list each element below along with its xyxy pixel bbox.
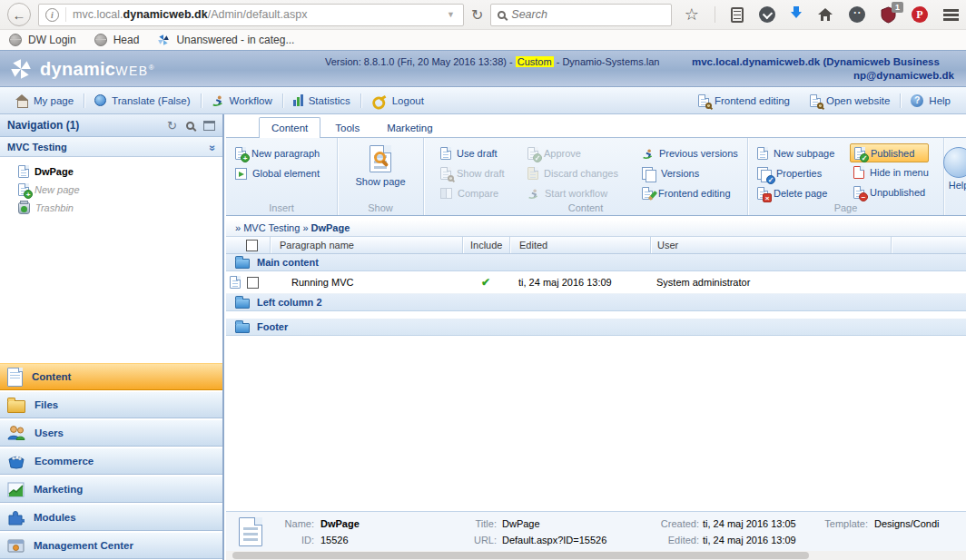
tab-marketing[interactable]: Marketing (374, 117, 446, 137)
my-page-button[interactable]: My page (5, 94, 84, 106)
translate-button[interactable]: Translate (False) (84, 94, 201, 106)
search-box[interactable] (490, 4, 672, 26)
page-icon (757, 147, 768, 160)
bar-chart-icon (293, 94, 303, 106)
compare-button[interactable]: Compare (431, 183, 515, 203)
dynamicweb-toolbar: My page Translate (False) Workflow Stati… (0, 87, 966, 114)
adblock-shield-icon[interactable]: 1 (881, 6, 896, 24)
info-edited-value: ti, 24 maj 2016 13:09 (703, 535, 796, 545)
bookmark-dw-login[interactable]: DW Login (9, 34, 76, 46)
area-button-ecommerce[interactable]: Ecommerce (0, 447, 222, 475)
scrollbar-thumb[interactable] (232, 552, 809, 559)
info-url-value[interactable]: Default.aspx?ID=15526 (502, 535, 606, 545)
area-button-files[interactable]: Files (0, 391, 222, 418)
search-icon (498, 11, 506, 19)
hide-in-menu-button[interactable]: Hide in menu (846, 162, 929, 182)
properties-button[interactable]: ✓Properties (748, 163, 846, 183)
ribbon-tabs: Content Tools Marketing (226, 114, 966, 137)
published-button[interactable]: ✓Published (850, 143, 929, 162)
use-draft-button[interactable]: Use draft (431, 143, 515, 163)
section-left-column-2[interactable]: Left column 2 (226, 294, 966, 311)
paragraph-row[interactable]: Running MVC ✔ ti, 24 maj 2016 13:09 Syst… (226, 271, 966, 294)
info-name-label: Name: (262, 518, 314, 529)
site-info-icon[interactable]: i (45, 8, 59, 22)
area-button-users[interactable]: Users (0, 419, 222, 447)
pinterest-icon[interactable]: P (912, 6, 928, 23)
frontend-editing-button[interactable]: Frontend editing (688, 94, 800, 107)
hidden-page-icon (853, 166, 864, 179)
home-icon[interactable] (817, 7, 833, 22)
start-workflow-button[interactable]: Start workflow (518, 183, 622, 203)
global-element-button[interactable]: Global element (226, 163, 337, 183)
delete-page-button[interactable]: ×Delete page (748, 183, 846, 203)
column-paragraph-name[interactable]: Paragraph name (270, 237, 462, 253)
tree-item-new-page[interactable]: +New page (18, 182, 222, 197)
question-mark-icon: ? (911, 94, 923, 107)
approve-button[interactable]: ✓Approve (518, 143, 622, 163)
versions-button[interactable]: Versions (633, 163, 738, 183)
bookmark-star-icon[interactable]: ☆ (685, 6, 699, 23)
column-user[interactable]: User (650, 237, 891, 253)
section-main-content[interactable]: Main content (226, 254, 966, 271)
area-button-marketing[interactable]: Marketing (0, 476, 222, 503)
logout-button[interactable]: Logout (361, 95, 434, 106)
row-checkbox[interactable] (247, 277, 259, 289)
bookmark-head[interactable]: Head (94, 34, 140, 46)
discard-changes-button[interactable]: Discard changes (518, 163, 622, 183)
breadcrumb-current: DwPage (311, 222, 350, 233)
reload-icon[interactable]: ↻ (471, 6, 483, 24)
breadcrumb[interactable]: » MVC Testing » DwPage (226, 220, 966, 237)
new-paragraph-button[interactable]: +New paragraph (226, 143, 337, 163)
area-button-content[interactable]: Content (0, 363, 222, 390)
tab-tools[interactable]: Tools (322, 117, 372, 137)
select-all-checkbox[interactable] (246, 240, 258, 251)
paragraph-name[interactable]: Running MVC (270, 277, 462, 288)
downloads-icon[interactable] (791, 12, 802, 24)
previous-versions-button[interactable]: Previous versions (633, 143, 738, 163)
url-dropdown-icon[interactable]: ▼ (447, 10, 457, 19)
column-edited[interactable]: Edited (509, 237, 650, 253)
show-page-button[interactable]: Show page (338, 145, 423, 187)
nav-group-mvc-testing[interactable]: MVC Testing » (0, 137, 222, 157)
statistics-button[interactable]: Statistics (283, 94, 360, 106)
feedback-icon[interactable] (849, 6, 865, 23)
refresh-icon[interactable]: ↻ (167, 120, 177, 132)
tree-item-dwpage[interactable]: DwPage (18, 163, 222, 179)
page-info-panel: Name: DwPage ID: 15526 Title: DwPage URL… (226, 511, 966, 551)
dock-panel-icon[interactable] (203, 121, 215, 131)
new-subpage-button[interactable]: New subpage (748, 143, 846, 163)
breadcrumb-path[interactable]: » MVC Testing » (235, 222, 309, 233)
horizontal-scrollbar[interactable] (226, 551, 966, 560)
reading-list-icon[interactable] (731, 7, 744, 23)
open-website-button[interactable]: Open website (800, 94, 900, 107)
menu-icon[interactable] (943, 9, 959, 21)
users-icon (7, 425, 25, 441)
help-button[interactable]: ?Help (901, 94, 961, 107)
search-input[interactable] (511, 8, 665, 21)
area-button-modules[interactable]: Modules (0, 504, 222, 531)
column-include[interactable]: Include (462, 237, 509, 253)
bookmark-unanswered[interactable]: Unanswered - in categ... (157, 34, 294, 46)
frontend-editing-ribbon-button[interactable]: Frontend editing (633, 183, 738, 203)
show-draft-button[interactable]: Show draft (431, 163, 515, 183)
ribbon-help-button[interactable]: Help (939, 147, 966, 191)
published-icon: ✓ (854, 147, 865, 160)
account-info: mvc.local.dynamicweb.dk (Dynamicweb Busi… (692, 55, 966, 83)
pocket-icon[interactable] (759, 6, 775, 23)
info-id-label: ID: (262, 535, 314, 545)
url-text[interactable]: mvc.local.dynamicweb.dk/Admin/default.as… (73, 8, 440, 21)
tab-content[interactable]: Content (259, 117, 320, 138)
area-button-management-center[interactable]: Management Center (0, 532, 222, 559)
paragraph-edited: ti, 24 maj 2016 13:09 (509, 277, 650, 288)
section-footer[interactable]: Footer (226, 319, 966, 336)
group-label-insert: Insert (226, 202, 337, 213)
address-bar[interactable]: i mvc.local.dynamicweb.dk/Admin/default.… (38, 4, 464, 26)
search-icon[interactable] (186, 122, 194, 130)
chevron-double-down-icon[interactable]: » (207, 144, 220, 149)
back-button[interactable]: ← (7, 3, 31, 26)
info-title-label: Title: (442, 518, 497, 529)
tree-item-trashbin[interactable]: Trashbin (18, 200, 222, 215)
globe-icon (94, 94, 106, 106)
unpublished-button[interactable]: −Unpublished (846, 182, 929, 202)
workflow-button[interactable]: Workflow (202, 94, 282, 107)
